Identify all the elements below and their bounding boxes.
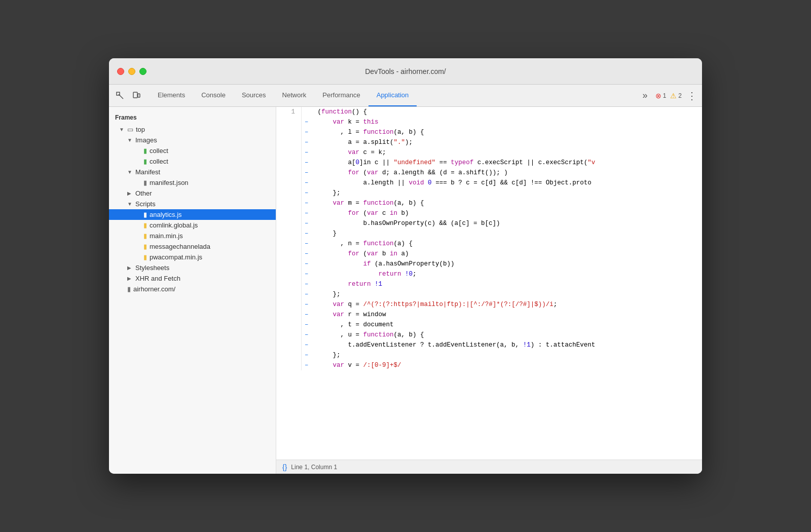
sidebar-item-stylesheets[interactable]: ▶ Stylesheets bbox=[109, 262, 276, 273]
line-gutter[interactable]: – bbox=[302, 360, 312, 370]
tab-elements[interactable]: Elements bbox=[150, 85, 193, 106]
line-gutter[interactable]: – bbox=[302, 320, 312, 330]
line-number bbox=[276, 299, 302, 310]
line-number bbox=[276, 320, 302, 330]
svg-rect-2 bbox=[138, 94, 140, 97]
line-gutter[interactable]: – bbox=[302, 249, 312, 259]
code-panel: 1 (function() { – var k = this – bbox=[276, 107, 702, 474]
line-gutter[interactable]: – bbox=[302, 289, 312, 299]
line-gutter[interactable]: – bbox=[302, 259, 312, 269]
code-line: – a.length || void 0 === b ? c = c[d] &&… bbox=[276, 178, 702, 188]
line-code: if (a.hasOwnProperty(b)) bbox=[312, 259, 702, 269]
sidebar-item-images[interactable]: ▼ Images bbox=[109, 135, 276, 145]
line-gutter[interactable]: – bbox=[302, 168, 312, 178]
line-code: a = a.split("."); bbox=[312, 137, 702, 147]
sidebar-item-messagechannel[interactable]: ▮ messagechanneladа bbox=[109, 241, 276, 252]
line-number bbox=[276, 330, 302, 340]
chevron-down-icon: ▼ bbox=[127, 169, 134, 175]
line-gutter[interactable]: – bbox=[302, 299, 312, 310]
code-line: – return !1 bbox=[276, 279, 702, 289]
chevron-down-icon: ▼ bbox=[119, 127, 126, 132]
code-editor[interactable]: 1 (function() { – var k = this – bbox=[276, 107, 702, 460]
file-icon: ▮ bbox=[143, 243, 147, 250]
line-gutter[interactable]: – bbox=[302, 310, 312, 320]
code-line: – if (a.hasOwnProperty(b)) bbox=[276, 259, 702, 269]
inspect-element-icon[interactable] bbox=[113, 89, 127, 103]
sidebar-item-top[interactable]: ▼ ▭ top bbox=[109, 124, 276, 135]
spacer bbox=[135, 212, 142, 217]
warning-icon: ⚠ bbox=[670, 92, 677, 100]
line-number bbox=[276, 310, 302, 320]
sidebar-item-pwacompat[interactable]: ▮ pwacompat.min.js bbox=[109, 252, 276, 262]
chevron-right-icon: ▶ bbox=[127, 191, 134, 196]
line-gutter[interactable]: – bbox=[302, 279, 312, 289]
spacer bbox=[135, 159, 142, 164]
spacer bbox=[119, 286, 126, 292]
line-gutter[interactable]: – bbox=[302, 350, 312, 360]
tab-application[interactable]: Application bbox=[368, 85, 417, 106]
sidebar-item-other[interactable]: ▶ Other bbox=[109, 188, 276, 199]
warning-badge: ⚠ 2 bbox=[670, 92, 682, 100]
line-gutter[interactable]: – bbox=[302, 269, 312, 279]
line-number bbox=[276, 158, 302, 168]
file-icon: ▮ bbox=[143, 253, 147, 261]
line-gutter[interactable]: – bbox=[302, 178, 312, 188]
sidebar-item-manifest-json[interactable]: ▮ manifest.json bbox=[109, 177, 276, 188]
spacer bbox=[135, 254, 142, 260]
sidebar-item-main[interactable]: ▮ main.min.js bbox=[109, 231, 276, 241]
line-gutter[interactable]: – bbox=[302, 158, 312, 168]
chevron-down-icon: ▼ bbox=[127, 137, 134, 143]
line-code: var v = /:[0-9]+$/ bbox=[312, 360, 702, 370]
code-line: – for (var c in b) bbox=[276, 208, 702, 218]
code-line: – , u = function(a, b) { bbox=[276, 330, 702, 340]
maximize-button[interactable] bbox=[139, 68, 146, 75]
spacer bbox=[135, 148, 142, 154]
code-line: – } bbox=[276, 229, 702, 239]
line-gutter[interactable]: – bbox=[302, 218, 312, 229]
sidebar-item-comlink[interactable]: ▮ comlink.global.js bbox=[109, 220, 276, 231]
line-gutter[interactable]: – bbox=[302, 330, 312, 340]
tab-network[interactable]: Network bbox=[274, 85, 315, 106]
line-gutter[interactable] bbox=[302, 107, 312, 117]
close-button[interactable] bbox=[117, 68, 124, 75]
line-gutter[interactable]: – bbox=[302, 198, 312, 208]
svg-rect-1 bbox=[133, 92, 137, 98]
sidebar-item-collect1[interactable]: ▮ collect bbox=[109, 145, 276, 156]
sidebar-item-xhr[interactable]: ▶ XHR and Fetch bbox=[109, 273, 276, 284]
line-gutter[interactable]: – bbox=[302, 229, 312, 239]
sidebar-item-collect2[interactable]: ▮ collect bbox=[109, 156, 276, 167]
code-line: – , l = function(a, b) { bbox=[276, 127, 702, 137]
sidebar-item-analytics[interactable]: ▮ analytics.js bbox=[109, 209, 276, 220]
spacer bbox=[135, 180, 142, 185]
line-gutter[interactable]: – bbox=[302, 188, 312, 198]
toolbar: Elements Console Sources Network Perform… bbox=[109, 85, 702, 107]
code-line: – }; bbox=[276, 289, 702, 299]
sidebar-item-airhorner[interactable]: ▮ airhorner.com/ bbox=[109, 284, 276, 294]
line-gutter[interactable]: – bbox=[302, 208, 312, 218]
tab-performance[interactable]: Performance bbox=[314, 85, 368, 106]
error-badge: ⊗ 1 bbox=[655, 92, 667, 100]
device-toolbar-icon[interactable] bbox=[129, 89, 143, 103]
line-gutter[interactable]: – bbox=[302, 239, 312, 249]
line-gutter[interactable]: – bbox=[302, 117, 312, 127]
line-code: a[0]in c || "undefined" == typeof c.exec… bbox=[312, 158, 702, 168]
file-icon: ▮ bbox=[127, 285, 131, 293]
line-code: for (var b in a) bbox=[312, 249, 702, 259]
toolbar-icons bbox=[113, 89, 143, 103]
minimize-button[interactable] bbox=[128, 68, 135, 75]
line-gutter[interactable]: – bbox=[302, 127, 312, 137]
code-line: – a[0]in c || "undefined" == typeof c.ex… bbox=[276, 158, 702, 168]
tab-console[interactable]: Console bbox=[193, 85, 234, 106]
more-tabs-button[interactable]: » bbox=[639, 90, 651, 102]
sidebar-item-scripts[interactable]: ▼ Scripts bbox=[109, 199, 276, 209]
code-line: – var r = window bbox=[276, 310, 702, 320]
line-number bbox=[276, 168, 302, 178]
line-gutter[interactable]: – bbox=[302, 137, 312, 147]
line-gutter[interactable]: – bbox=[302, 147, 312, 158]
sidebar-item-manifest[interactable]: ▼ Manifest bbox=[109, 167, 276, 177]
file-icon: ▮ bbox=[143, 158, 147, 165]
tab-sources[interactable]: Sources bbox=[234, 85, 274, 106]
line-gutter[interactable]: – bbox=[302, 340, 312, 350]
tabs: Elements Console Sources Network Perform… bbox=[150, 85, 417, 106]
kebab-menu-button[interactable]: ⋮ bbox=[686, 90, 698, 102]
